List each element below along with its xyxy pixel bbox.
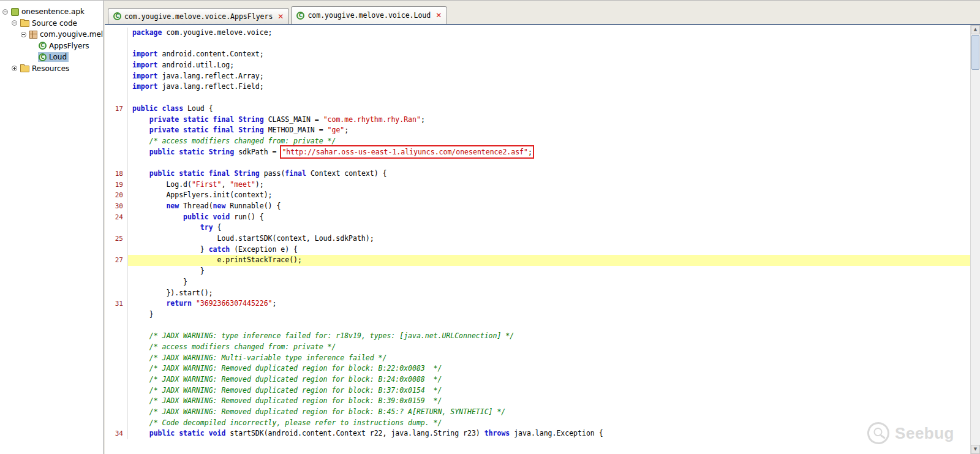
line-number: 20 [105,190,128,201]
line-number [105,396,128,407]
code-line: try { [105,222,970,233]
code-line: 31 return "3692366307445226"; [105,298,970,309]
collapse-icon[interactable] [12,20,17,26]
line-number [105,363,128,374]
tree-item-label: Loud [49,53,67,61]
line-number [105,49,128,60]
class-icon [296,12,304,20]
code-line-text: /* JADX WARNING: Removed duplicated regi… [128,396,970,407]
code-line-text: private static final String CLASS_MAIN =… [128,115,970,126]
line-number: 34 [105,428,128,439]
code-line: /* JADX WARNING: type inference failed f… [105,331,970,342]
code-line: package com.yougive.melove.voice; [105,28,970,39]
line-number [105,309,128,320]
folder-icon [20,66,29,72]
sidebar-item-resources[interactable]: Resources [0,63,104,75]
code-line-text: } [128,277,970,288]
code-line-text: import java.lang.reflect.Field; [128,81,970,93]
sidebar-item-onesentence-apk[interactable]: onesentence.apk [0,6,104,18]
tab-appsflyers[interactable]: com.yougive.melove.voice.AppsFlyers✕ [108,8,289,24]
sidebar-item-com-yougive-mel[interactable]: com.yougive.mel [0,29,104,40]
line-number [105,81,128,93]
scroll-up-button[interactable]: ▲ [971,25,980,34]
seebug-watermark: Seebug [867,422,954,444]
line-number [105,125,128,136]
line-number [105,147,128,158]
code-line: }).start(); [105,288,970,299]
tree-item-label: Source code [32,19,77,28]
code-line: 34 public static void startSDK(android.c… [105,428,970,439]
code-line: import android.util.Log; [105,60,970,71]
code-line: } [105,266,970,277]
code-line: /* JADX WARNING: Removed duplicated regi… [105,374,970,385]
collapse-icon[interactable] [2,9,8,15]
code-line: import android.content.Context; [105,49,970,60]
code-line-text: /* JADX WARNING: type inference failed f… [128,331,970,342]
code-line [105,320,970,331]
tree-item-label: com.yougive.mel [40,30,103,39]
code-line-text: public static String sdkPath = "http://s… [128,147,970,158]
code-line: /* access modifiers changed from: privat… [105,342,970,353]
code-line: import java.lang.reflect.Array; [105,71,970,82]
class-icon [39,53,47,61]
code-line-text: public static final String pass(final Co… [128,168,970,180]
code-line: 20 AppsFlyers.init(context); [105,190,970,201]
line-number [105,342,128,353]
code-line-text: e.printStackTrace(); [128,255,970,266]
line-number: 30 [105,201,128,212]
code-line: /* access modifiers changed from: privat… [105,136,970,147]
tab-label: com.yougive.melove.voice.AppsFlyers [124,12,273,21]
tab-close-icon[interactable]: ✕ [277,12,284,21]
line-number [105,385,128,396]
code-line-text: /* JADX WARNING: Removed duplicated regi… [128,407,970,418]
line-number [105,288,128,299]
line-number: 24 [105,212,128,223]
code-line-text: /* JADX WARNING: Removed duplicated regi… [128,363,970,374]
tree-item-label: onesentence.apk [21,7,85,16]
code-line: /* Code decompiled incorrectly, please r… [105,418,970,429]
sidebar-item-source-code[interactable]: Source code [0,18,104,29]
apk-icon [11,8,19,16]
code-line-text: /* JADX WARNING: Multi-variable type inf… [128,353,970,364]
collapse-icon[interactable] [21,32,26,37]
tab-close-icon[interactable]: ✕ [435,11,442,20]
code-area[interactable]: package com.yougive.melove.voice;import … [105,25,970,454]
code-line: private static final String CLASS_MAIN =… [105,115,970,126]
code-line-text: new Thread(new Runnable() { [128,201,970,212]
code-line-text [128,39,970,50]
code-line: public static String sdkPath = "http://s… [105,147,970,158]
code-line-text: /* JADX WARNING: Removed duplicated regi… [128,385,970,396]
class-icon [39,42,47,50]
scroll-down-button[interactable]: ▼ [971,445,980,454]
tab-loud[interactable]: com.yougive.melove.voice.Loud✕ [291,6,447,24]
code-line: 25 Loud.startSDK(context, Loud.sdkPath); [105,233,970,244]
package-icon [29,31,37,39]
watermark-label: Seebug [895,424,954,443]
code-line: /* JADX WARNING: Removed duplicated regi… [105,385,970,396]
line-number [105,320,128,331]
line-number: 17 [105,104,128,115]
code-line-text: import android.util.Log; [128,60,970,71]
code-line-text: import android.content.Context; [128,49,970,60]
code-line: /* JADX WARNING: Removed duplicated regi… [105,396,970,407]
code-line: 19 Log.d("First", "meet"); [105,180,970,191]
code-editor[interactable]: package com.yougive.melove.voice;import … [105,25,980,454]
line-number: 31 [105,298,128,309]
scrollbar-thumb[interactable] [971,35,979,70]
tab-label: com.yougive.melove.voice.Loud [307,11,431,20]
code-line-text: /* access modifiers changed from: privat… [128,342,970,353]
line-number [105,374,128,385]
code-line: 30 new Thread(new Runnable() { [105,201,970,212]
code-line-text: public static void startSDK(android.cont… [128,428,970,439]
annotation-box: "http://sahar.oss-us-east-1.aliyuncs.com… [280,145,534,159]
code-line: 24 public void run() { [105,212,970,223]
sidebar-item-loud[interactable]: Loud [0,51,104,63]
file-tree: onesentence.apkSource codecom.yougive.me… [0,6,104,74]
line-number [105,331,128,342]
sidebar-item-appsflyers[interactable]: AppsFlyers [0,40,104,52]
code-line-text: /* access modifiers changed from: privat… [128,136,970,147]
code-line-text: } catch (Exception e) { [128,244,970,255]
jadx-window: onesentence.apkSource codecom.yougive.me… [0,0,980,454]
expand-icon[interactable] [12,66,17,71]
vertical-scrollbar[interactable]: ▲ ▼ [970,25,980,454]
